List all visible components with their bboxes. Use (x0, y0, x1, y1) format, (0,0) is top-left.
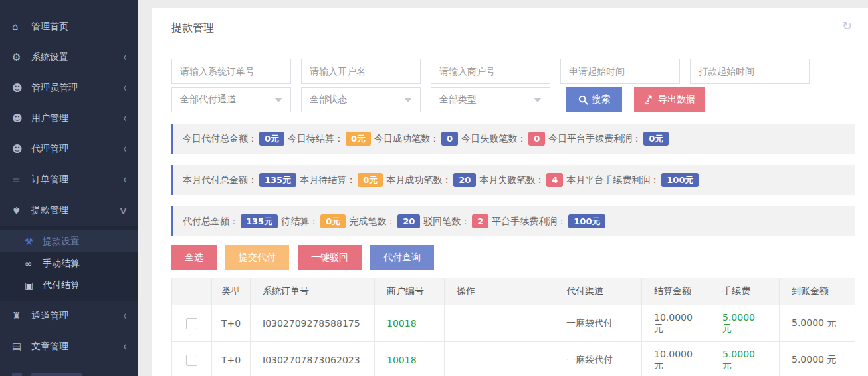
stat-segment: 本月失败笔数：4 (479, 173, 563, 187)
chevron-left-icon: ‹ (124, 51, 127, 64)
sidebar-item-home[interactable]: ⌂ 管理首页 (0, 11, 138, 42)
sidebar-item-channel-management[interactable]: ♜ 通道管理 ‹ (0, 301, 138, 331)
bank-icon: ♜ (12, 310, 31, 322)
submenu-item-manual-settlement[interactable]: ∞ 手动结算 (0, 252, 138, 274)
apply-start-time-input[interactable] (560, 59, 680, 84)
stat-segment: 平台手续费利润：100元 (492, 214, 605, 228)
cell-type: T+0 (212, 305, 251, 342)
table-header-row: 类型 系统订单号 商户编号 操作 代付渠道 结算金额 手续费 到账金额 (172, 278, 855, 305)
caret-down-icon (274, 98, 282, 102)
stat-label: 本月平台手续费利润： (566, 174, 659, 186)
admin-icon: ☻ (12, 82, 31, 94)
caret-down-icon (404, 98, 412, 102)
stat-label: 本月待结算： (300, 174, 356, 186)
sidebar-item-system-settings[interactable]: ⚙ 系统设置 ‹ (0, 42, 138, 73)
table-row: T+0 I0302707873062023 10018 一麻袋代付 10.000… (172, 342, 855, 376)
stat-value-badge: 0 (441, 132, 458, 146)
stat-value-badge: 135元 (259, 173, 296, 187)
header-settle-amount: 结算金额 (642, 278, 710, 305)
export-icon (643, 95, 653, 105)
submenu-item-payout-settlement[interactable]: ▣ 代付结算 (0, 274, 138, 296)
account-name-input[interactable] (301, 59, 421, 84)
stat-segment: 待结算：0元 (281, 214, 346, 228)
stat-label: 今日失败笔数： (461, 133, 526, 145)
row-checkbox[interactable] (186, 318, 197, 329)
sidebar-item-agent-management[interactable]: ☻ 代理管理 ‹ (0, 134, 138, 164)
search-button[interactable]: 搜索 (566, 87, 622, 112)
sidebar-item-admin-management[interactable]: ☻ 管理员管理 ‹ (0, 73, 138, 103)
export-data-button[interactable]: 导出数据 (634, 87, 705, 112)
sidebar-item-label: 管理员管理 (31, 82, 78, 94)
cell-type: T+0 (212, 342, 251, 376)
sidebar-item-withdraw-management[interactable]: ♠ 提款管理 ∨ (0, 195, 138, 226)
chevron-left-icon: ‹ (124, 142, 127, 156)
stat-label: 代付总金额： (183, 216, 239, 228)
header-type: 类型 (212, 278, 251, 305)
select-value: 全部状态 (310, 94, 347, 106)
stat-label: 本月失败笔数： (479, 174, 544, 186)
cell-order-no: I0302707873062023 (251, 342, 375, 376)
cell-fee: 5.0000 元 (710, 342, 780, 376)
submenu-item-withdraw-settings[interactable]: ⚒ 提款设置 (0, 230, 138, 252)
submenu-item-label: 代付结算 (43, 280, 80, 291)
stat-label: 本月代付总金额： (183, 174, 257, 186)
payout-query-button[interactable]: 代付查询 (370, 245, 434, 270)
stat-segment: 代付总金额：135元 (183, 214, 278, 228)
status-select[interactable]: 全部状态 (301, 87, 421, 112)
chevron-left-icon: ‹ (124, 173, 127, 186)
agent-icon: ☻ (12, 143, 31, 155)
submit-payout-button[interactable]: 提交代付 (225, 245, 289, 270)
sidebar-item-user-management[interactable]: ☻ 用户管理 ‹ (0, 103, 138, 134)
order-no-input[interactable] (171, 59, 291, 84)
row-checkbox[interactable] (186, 355, 197, 366)
sidebar-item-clipped[interactable] (0, 362, 138, 376)
sidebar-item-label: 文章管理 (31, 341, 68, 353)
submenu-item-label: 提款设置 (43, 236, 80, 248)
merchant-no-input[interactable] (431, 59, 550, 84)
stat-label: 待结算： (281, 216, 318, 228)
cell-channel: 一麻袋代付 (554, 342, 642, 376)
stat-segment: 本月成功笔数：20 (386, 173, 476, 187)
sidebar: ⌂ 管理首页 ⚙ 系统设置 ‹ ☻ 管理员管理 ‹ ☻ 用户管理 ‹ ☻ 代理管… (0, 0, 138, 376)
sidebar-item-label: 通道管理 (31, 310, 68, 322)
main-area: 提款管理 ↻ 全部代付通道 全部状态 全部类型 (138, 0, 868, 376)
reject-all-button[interactable]: 一键驳回 (298, 245, 362, 270)
cell-channel: 一麻袋代付 (554, 305, 642, 342)
stat-value-badge: 135元 (241, 214, 278, 228)
stat-segment: 本月平台手续费利润：100元 (566, 173, 699, 187)
select-value: 全部类型 (439, 94, 477, 106)
stat-segment: 本月代付总金额：135元 (183, 173, 296, 187)
stat-label: 驳回笔数： (423, 216, 470, 228)
stat-label: 完成笔数： (349, 216, 395, 228)
stat-value-badge: 0元 (320, 214, 346, 228)
payout-channel-select[interactable]: 全部代付通道 (171, 87, 291, 112)
cell-order-no: I0302709278588175 (251, 305, 375, 342)
sidebar-item-article-management[interactable]: ▤ 文章管理 ‹ (0, 331, 138, 362)
search-label: 搜索 (592, 94, 611, 106)
content-panel: 提款管理 ↻ 全部代付通道 全部状态 全部类型 (152, 8, 868, 376)
cell-arrive-amount: 5.0000 元 (780, 305, 855, 342)
wrench-icon: ⚒ (25, 236, 43, 247)
stats-bar-today: 今日代付总金额：0元 今日待结算：0元 今日成功笔数：0 今日失败笔数：0 今日… (171, 124, 855, 154)
stat-value-badge: 20 (453, 173, 476, 187)
sidebar-item-label: 管理首页 (31, 21, 68, 33)
sidebar-item-order-management[interactable]: ≡ 订单管理 ‹ (0, 164, 138, 195)
orders-icon: ≡ (12, 174, 31, 186)
cell-action (445, 342, 554, 376)
chevron-down-icon: ∨ (118, 206, 128, 216)
binoculars-icon: ∞ (25, 258, 43, 269)
header-channel: 代付渠道 (554, 278, 642, 305)
sidebar-item-label: 系统设置 (31, 51, 68, 63)
refresh-icon[interactable]: ↻ (842, 19, 852, 33)
withdrawals-table: 类型 系统订单号 商户编号 操作 代付渠道 结算金额 手续费 到账金额 T+0 … (171, 278, 855, 376)
payment-start-time-input[interactable] (690, 59, 810, 84)
select-all-button[interactable]: 全选 (171, 245, 217, 270)
clone-icon: ▣ (25, 280, 43, 291)
clipped-label (31, 373, 82, 376)
stat-label: 本月成功笔数： (386, 174, 451, 186)
type-select[interactable]: 全部类型 (431, 87, 550, 112)
clipped-icon (12, 373, 22, 376)
filter-row-inputs (171, 59, 855, 84)
chevron-left-icon: ‹ (124, 340, 127, 353)
cell-action (445, 305, 554, 342)
